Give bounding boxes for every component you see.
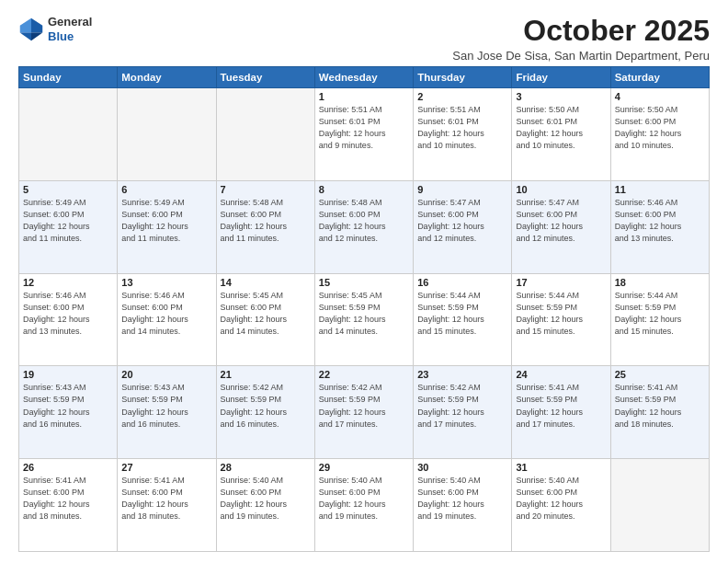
calendar-cell: 25Sunrise: 5:41 AM Sunset: 5:59 PM Dayli… bbox=[610, 366, 709, 459]
day-info: Sunrise: 5:40 AM Sunset: 6:00 PM Dayligh… bbox=[319, 475, 409, 523]
col-saturday: Saturday bbox=[610, 67, 709, 88]
day-number: 16 bbox=[417, 277, 507, 288]
month-title: October 2025 bbox=[452, 15, 710, 47]
calendar-cell: 1Sunrise: 5:51 AM Sunset: 6:01 PM Daylig… bbox=[314, 88, 413, 181]
day-info: Sunrise: 5:45 AM Sunset: 6:00 PM Dayligh… bbox=[221, 290, 311, 338]
calendar-header-row: Sunday Monday Tuesday Wednesday Thursday… bbox=[19, 67, 710, 88]
location: San Jose De Sisa, San Martin Department,… bbox=[452, 49, 710, 63]
day-number: 12 bbox=[23, 277, 113, 288]
calendar-cell: 28Sunrise: 5:40 AM Sunset: 6:00 PM Dayli… bbox=[216, 459, 314, 552]
logo-blue-text: Blue bbox=[48, 29, 92, 44]
day-info: Sunrise: 5:44 AM Sunset: 5:59 PM Dayligh… bbox=[516, 290, 606, 338]
day-number: 19 bbox=[23, 369, 113, 380]
day-info: Sunrise: 5:46 AM Sunset: 6:00 PM Dayligh… bbox=[615, 197, 705, 245]
day-info: Sunrise: 5:41 AM Sunset: 6:00 PM Dayligh… bbox=[23, 475, 113, 523]
day-number: 14 bbox=[221, 277, 311, 288]
day-info: Sunrise: 5:49 AM Sunset: 6:00 PM Dayligh… bbox=[121, 197, 211, 245]
day-info: Sunrise: 5:45 AM Sunset: 5:59 PM Dayligh… bbox=[319, 290, 409, 338]
logo-general-text: General bbox=[48, 15, 92, 29]
calendar-cell: 6Sunrise: 5:49 AM Sunset: 6:00 PM Daylig… bbox=[118, 180, 216, 273]
page: General Blue October 2025 San Jose De Si… bbox=[0, 0, 728, 563]
calendar-cell bbox=[610, 459, 709, 552]
svg-marker-3 bbox=[31, 32, 42, 40]
day-number: 30 bbox=[417, 462, 507, 473]
day-info: Sunrise: 5:48 AM Sunset: 6:00 PM Dayligh… bbox=[221, 197, 311, 245]
day-info: Sunrise: 5:41 AM Sunset: 5:59 PM Dayligh… bbox=[516, 382, 606, 430]
day-info: Sunrise: 5:51 AM Sunset: 6:01 PM Dayligh… bbox=[417, 104, 507, 152]
day-info: Sunrise: 5:50 AM Sunset: 6:00 PM Dayligh… bbox=[615, 104, 705, 152]
calendar-cell: 17Sunrise: 5:44 AM Sunset: 5:59 PM Dayli… bbox=[512, 273, 610, 366]
calendar-cell bbox=[118, 88, 216, 181]
day-number: 2 bbox=[417, 91, 507, 102]
day-info: Sunrise: 5:49 AM Sunset: 6:00 PM Dayligh… bbox=[23, 197, 113, 245]
day-info: Sunrise: 5:47 AM Sunset: 6:00 PM Dayligh… bbox=[516, 197, 606, 245]
calendar-cell bbox=[216, 88, 314, 181]
day-number: 8 bbox=[319, 184, 409, 195]
header: General Blue October 2025 San Jose De Si… bbox=[18, 15, 710, 63]
week-row-1: 1Sunrise: 5:51 AM Sunset: 6:01 PM Daylig… bbox=[19, 88, 710, 181]
day-info: Sunrise: 5:51 AM Sunset: 6:01 PM Dayligh… bbox=[319, 104, 409, 152]
calendar-cell: 15Sunrise: 5:45 AM Sunset: 5:59 PM Dayli… bbox=[314, 273, 413, 366]
week-row-5: 26Sunrise: 5:41 AM Sunset: 6:00 PM Dayli… bbox=[19, 459, 710, 552]
col-thursday: Thursday bbox=[414, 67, 512, 88]
day-number: 15 bbox=[319, 277, 409, 288]
calendar-cell: 24Sunrise: 5:41 AM Sunset: 5:59 PM Dayli… bbox=[512, 366, 610, 459]
day-number: 3 bbox=[516, 91, 606, 102]
day-number: 31 bbox=[516, 462, 606, 473]
day-number: 23 bbox=[417, 369, 507, 380]
day-number: 25 bbox=[615, 369, 705, 380]
day-number: 5 bbox=[23, 184, 113, 195]
calendar-cell: 2Sunrise: 5:51 AM Sunset: 6:01 PM Daylig… bbox=[414, 88, 512, 181]
day-number: 9 bbox=[417, 184, 507, 195]
svg-marker-1 bbox=[31, 17, 42, 32]
col-wednesday: Wednesday bbox=[314, 67, 413, 88]
day-number: 10 bbox=[516, 184, 606, 195]
calendar-cell: 20Sunrise: 5:43 AM Sunset: 5:59 PM Dayli… bbox=[118, 366, 216, 459]
day-number: 11 bbox=[615, 184, 705, 195]
week-row-2: 5Sunrise: 5:49 AM Sunset: 6:00 PM Daylig… bbox=[19, 180, 710, 273]
calendar-cell: 16Sunrise: 5:44 AM Sunset: 5:59 PM Dayli… bbox=[414, 273, 512, 366]
col-monday: Monday bbox=[118, 67, 216, 88]
calendar-cell: 5Sunrise: 5:49 AM Sunset: 6:00 PM Daylig… bbox=[19, 180, 118, 273]
calendar-cell: 3Sunrise: 5:50 AM Sunset: 6:01 PM Daylig… bbox=[512, 88, 610, 181]
calendar-cell: 12Sunrise: 5:46 AM Sunset: 6:00 PM Dayli… bbox=[19, 273, 118, 366]
calendar-cell: 4Sunrise: 5:50 AM Sunset: 6:00 PM Daylig… bbox=[610, 88, 709, 181]
day-info: Sunrise: 5:42 AM Sunset: 5:59 PM Dayligh… bbox=[417, 382, 507, 430]
day-info: Sunrise: 5:40 AM Sunset: 6:00 PM Dayligh… bbox=[516, 475, 606, 523]
day-info: Sunrise: 5:42 AM Sunset: 5:59 PM Dayligh… bbox=[221, 382, 311, 430]
day-info: Sunrise: 5:43 AM Sunset: 5:59 PM Dayligh… bbox=[23, 382, 113, 430]
day-info: Sunrise: 5:42 AM Sunset: 5:59 PM Dayligh… bbox=[319, 382, 409, 430]
day-info: Sunrise: 5:50 AM Sunset: 6:01 PM Dayligh… bbox=[516, 104, 606, 152]
calendar-cell: 10Sunrise: 5:47 AM Sunset: 6:00 PM Dayli… bbox=[512, 180, 610, 273]
calendar-cell: 23Sunrise: 5:42 AM Sunset: 5:59 PM Dayli… bbox=[414, 366, 512, 459]
day-number: 1 bbox=[319, 91, 409, 102]
calendar-cell: 26Sunrise: 5:41 AM Sunset: 6:00 PM Dayli… bbox=[19, 459, 118, 552]
svg-marker-2 bbox=[20, 17, 31, 32]
day-info: Sunrise: 5:41 AM Sunset: 5:59 PM Dayligh… bbox=[615, 382, 705, 430]
day-info: Sunrise: 5:46 AM Sunset: 6:00 PM Dayligh… bbox=[23, 290, 113, 338]
week-row-4: 19Sunrise: 5:43 AM Sunset: 5:59 PM Dayli… bbox=[19, 366, 710, 459]
logo-icon bbox=[18, 17, 44, 42]
day-number: 27 bbox=[121, 462, 211, 473]
day-info: Sunrise: 5:40 AM Sunset: 6:00 PM Dayligh… bbox=[221, 475, 311, 523]
calendar-cell: 29Sunrise: 5:40 AM Sunset: 6:00 PM Dayli… bbox=[314, 459, 413, 552]
day-number: 13 bbox=[121, 277, 211, 288]
calendar-cell: 9Sunrise: 5:47 AM Sunset: 6:00 PM Daylig… bbox=[414, 180, 512, 273]
day-info: Sunrise: 5:43 AM Sunset: 5:59 PM Dayligh… bbox=[121, 382, 211, 430]
col-tuesday: Tuesday bbox=[216, 67, 314, 88]
calendar-cell: 11Sunrise: 5:46 AM Sunset: 6:00 PM Dayli… bbox=[610, 180, 709, 273]
day-number: 4 bbox=[615, 91, 705, 102]
day-info: Sunrise: 5:40 AM Sunset: 6:00 PM Dayligh… bbox=[417, 475, 507, 523]
day-number: 26 bbox=[23, 462, 113, 473]
calendar-cell: 18Sunrise: 5:44 AM Sunset: 5:59 PM Dayli… bbox=[610, 273, 709, 366]
calendar-cell: 30Sunrise: 5:40 AM Sunset: 6:00 PM Dayli… bbox=[414, 459, 512, 552]
calendar-cell: 22Sunrise: 5:42 AM Sunset: 5:59 PM Dayli… bbox=[314, 366, 413, 459]
day-number: 18 bbox=[615, 277, 705, 288]
calendar-table: Sunday Monday Tuesday Wednesday Thursday… bbox=[18, 66, 710, 552]
day-number: 20 bbox=[121, 369, 211, 380]
week-row-3: 12Sunrise: 5:46 AM Sunset: 6:00 PM Dayli… bbox=[19, 273, 710, 366]
calendar-cell: 8Sunrise: 5:48 AM Sunset: 6:00 PM Daylig… bbox=[314, 180, 413, 273]
day-info: Sunrise: 5:44 AM Sunset: 5:59 PM Dayligh… bbox=[615, 290, 705, 338]
day-number: 7 bbox=[221, 184, 311, 195]
day-number: 28 bbox=[221, 462, 311, 473]
